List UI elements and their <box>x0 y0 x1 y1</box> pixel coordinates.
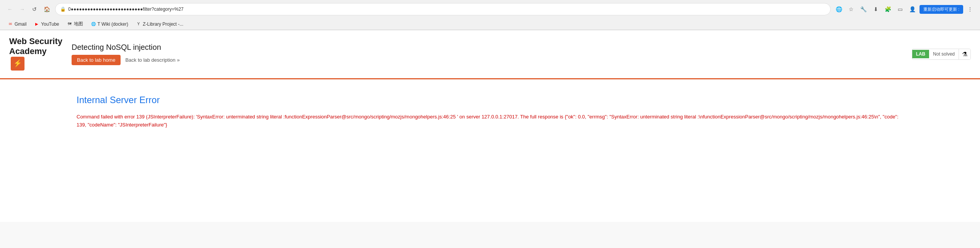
bookmark-zlibrary-label: Z-Library Project -... <box>143 21 183 27</box>
browser-actions: 🌐 ☆ 🔧 ⬇ 🧩 ▭ 👤 重新启动即可更新 : ⋮ <box>834 4 975 15</box>
bookmark-maps-label: 地图 <box>74 21 83 27</box>
youtube-favicon: ▶ <box>34 21 39 27</box>
lab-title: Detecting NoSQL injection <box>72 43 903 52</box>
twiki-favicon: 🌐 <box>91 21 96 27</box>
error-message: Command failed with error 139 (JSInterpr… <box>77 113 903 129</box>
logo-line2: Academy ⚡ <box>9 46 62 70</box>
browser-toolbar: ← → ↺ 🏠 🔒 0●●●●●●●●●●●●●●●●●●●●●●●●●●fil… <box>0 0 980 18</box>
page-content: Web Security Academy ⚡ Detecting NoSQL i… <box>0 30 980 222</box>
nav-buttons: ← → ↺ 🏠 <box>5 4 52 15</box>
lab-info: Detecting NoSQL injection Back to lab ho… <box>72 43 903 65</box>
browser-chrome: ← → ↺ 🏠 🔒 0●●●●●●●●●●●●●●●●●●●●●●●●●●fil… <box>0 0 980 30</box>
zlibrary-favicon: Y <box>136 21 141 27</box>
flask-icon-button[interactable]: ⚗ <box>959 49 970 59</box>
back-button[interactable]: ← <box>5 4 15 15</box>
lab-actions: Back to lab home Back to lab description… <box>72 55 903 65</box>
restart-update-button[interactable]: 重新启动即可更新 : <box>920 5 963 14</box>
error-title: Internal Server Error <box>77 95 903 105</box>
maps-favicon: 🗺 <box>67 21 72 27</box>
downloads-button[interactable]: ⬇ <box>871 4 881 15</box>
lab-status: LAB Not solved ⚗ <box>912 49 971 60</box>
split-view-button[interactable]: ▭ <box>895 4 906 15</box>
extensions-button[interactable]: 🧩 <box>883 4 893 15</box>
site-header: Web Security Academy ⚡ Detecting NoSQL i… <box>0 30 980 79</box>
logo-line1: Web Security <box>9 36 62 46</box>
bookmark-maps[interactable]: 🗺 地图 <box>64 20 86 28</box>
gmail-favicon: ✉ <box>8 21 13 27</box>
bookmark-gmail-label: Gmail <box>15 21 26 27</box>
bookmarks-bar: ✉ Gmail ▶ YouTube 🗺 地图 🌐 T Wiki (docker)… <box>0 18 980 30</box>
bookmark-twiki[interactable]: 🌐 T Wiki (docker) <box>88 21 131 28</box>
bookmark-gmail[interactable]: ✉ Gmail <box>5 21 29 28</box>
bookmark-youtube-label: YouTube <box>41 21 59 27</box>
logo-area: Web Security Academy ⚡ <box>9 36 62 72</box>
translate-button[interactable]: 🌐 <box>834 4 844 15</box>
menu-button[interactable]: ⋮ <box>965 4 975 15</box>
logo-text: Web Security Academy ⚡ <box>9 36 62 71</box>
address-bar[interactable]: 🔒 0●●●●●●●●●●●●●●●●●●●●●●●●●●filter?cate… <box>55 3 831 15</box>
bookmark-button[interactable]: ☆ <box>846 4 857 15</box>
back-to-lab-button[interactable]: Back to lab home <box>72 55 121 65</box>
logo-icon: ⚡ <box>11 57 24 71</box>
lab-not-solved: Not solved <box>929 50 959 58</box>
logo-wrapper: Web Security Academy ⚡ <box>9 36 62 72</box>
reload-button[interactable]: ↺ <box>29 4 40 15</box>
forward-button[interactable]: → <box>17 4 28 15</box>
extension-button[interactable]: 🔧 <box>858 4 869 15</box>
bookmark-twiki-label: T Wiki (docker) <box>98 21 128 27</box>
profile-button[interactable]: 👤 <box>907 4 918 15</box>
lab-badge: LAB <box>912 50 929 58</box>
bookmark-zlibrary[interactable]: Y Z-Library Project -... <box>133 21 186 28</box>
bookmark-youtube[interactable]: ▶ YouTube <box>31 21 62 28</box>
back-to-description-link[interactable]: Back to lab description » <box>125 57 180 63</box>
home-button[interactable]: 🏠 <box>41 4 52 15</box>
address-bar-text: 0●●●●●●●●●●●●●●●●●●●●●●●●●●filter?catego… <box>68 7 826 12</box>
security-icon: 🔒 <box>60 7 66 12</box>
error-content: Internal Server Error Command failed wit… <box>0 79 980 145</box>
